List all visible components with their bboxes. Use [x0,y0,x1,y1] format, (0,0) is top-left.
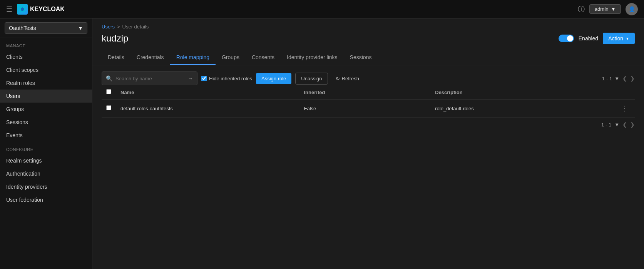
sidebar-item-authentication[interactable]: Authentication [0,167,92,180]
table-header-row: Name Inherited Description [102,85,635,100]
next-page-button[interactable]: ❯ [630,75,635,81]
row-checkbox[interactable] [106,105,111,110]
search-box[interactable]: 🔍 → [102,71,197,85]
top-navbar: ☰ KEYCLOAK ⓘ admin ▼ 👤 [0,0,644,18]
prev-page-button[interactable]: ❮ [622,75,627,81]
logo-text: KEYCLOAK [30,6,65,13]
col-header-name: Name [116,85,299,100]
tab-groups[interactable]: Groups [216,50,246,65]
toolbar-left: 🔍 → Hide inherited roles Assign role Una… [102,71,363,85]
assign-role-button[interactable]: Assign role [256,73,291,84]
tab-sessions[interactable]: Sessions [344,50,378,65]
col-header-description: Description [430,85,614,100]
page-header: kudzip Enabled Action ▼ [92,30,644,50]
select-all-checkbox[interactable] [106,89,111,94]
unassign-button[interactable]: Unassign [295,73,328,85]
tab-role-mapping[interactable]: Role mapping [170,50,216,65]
col-header-actions [614,85,635,100]
tab-credentials[interactable]: Credentials [130,50,170,65]
sidebar-item-events[interactable]: Events [0,129,92,142]
enabled-toggle[interactable] [559,35,574,42]
tab-consents[interactable]: Consents [246,50,281,65]
table-toolbar: 🔍 → Hide inherited roles Assign role Una… [102,71,635,85]
realm-selector[interactable]: OauthTests ▼ [0,18,92,38]
table-header: Name Inherited Description [102,85,635,100]
page-count-dropdown-arrow: ▼ [614,76,619,81]
realm-dropdown-arrow: ▼ [78,25,83,31]
row-more-button[interactable]: ⋮ [619,103,630,113]
realm-name: OauthTests [9,25,36,31]
page-header-right: Enabled Action ▼ [559,33,635,44]
sidebar-item-groups[interactable]: Groups [0,103,92,116]
table-row: default-roles-oauthtests False role_defa… [102,100,635,118]
admin-dropdown-arrow: ▼ [611,6,616,12]
row-actions-cell: ⋮ [614,100,635,118]
action-button[interactable]: Action ▼ [603,33,635,44]
page-count-display: 1 - 1 [602,76,612,81]
breadcrumb-users-link[interactable]: Users [102,24,115,30]
hamburger-icon[interactable]: ☰ [6,5,12,13]
table-area: 🔍 → Hide inherited roles Assign role Una… [92,65,644,138]
search-icon: 🔍 [106,75,112,81]
enabled-label: Enabled [579,35,598,42]
row-checkbox-cell [102,100,116,118]
help-icon[interactable]: ⓘ [578,5,585,14]
main-content: Users > User details kudzip Enabled Acti… [92,18,644,269]
sidebar-item-realm-roles[interactable]: Realm roles [0,76,92,90]
action-button-label: Action [608,35,623,42]
row-inherited-cell: False [299,100,431,118]
page-title: kudzip [102,33,128,44]
col-header-inherited: Inherited [299,85,431,100]
page-counter: 1 - 1 ▼ [602,76,619,81]
refresh-button[interactable]: ↻ Refresh [332,73,363,84]
action-dropdown-arrow: ▼ [626,37,629,41]
sidebar: OauthTests ▼ Manage Clients Client scope… [0,18,92,269]
search-input[interactable] [115,76,185,81]
sidebar-item-clients[interactable]: Clients [0,50,92,63]
roles-table: Name Inherited Description [102,85,635,118]
manage-section-title: Manage [0,38,92,50]
refresh-icon: ↻ [336,76,340,81]
keycloak-logo: KEYCLOAK [17,4,65,15]
hide-inherited-text: Hide inherited roles [209,76,252,81]
configure-section-title: Configure [0,142,92,154]
main-layout: OauthTests ▼ Manage Clients Client scope… [0,18,644,269]
logo-icon [17,4,28,15]
sidebar-item-sessions[interactable]: Sessions [0,116,92,129]
sidebar-item-user-federation[interactable]: User federation [0,193,92,206]
row-name-cell: default-roles-oauthtests [116,100,299,118]
sidebar-item-identity-providers[interactable]: Identity providers [0,180,92,193]
bottom-page-count-arrow: ▼ [614,122,619,128]
nav-left: ☰ KEYCLOAK [6,4,65,15]
realm-select-button[interactable]: OauthTests ▼ [5,22,87,34]
sidebar-item-client-scopes[interactable]: Client scopes [0,63,92,76]
table-body: default-roles-oauthtests False role_defa… [102,100,635,118]
col-header-checkbox [102,85,116,100]
sidebar-item-users[interactable]: Users [0,90,92,103]
search-submit-icon[interactable]: → [188,75,193,81]
hide-inherited-checkbox[interactable] [201,76,207,81]
tabs: Details Credentials Role mapping Groups … [92,50,644,65]
bottom-prev-button[interactable]: ❮ [622,121,627,128]
bottom-page-count: 1 - 1 [601,122,611,128]
breadcrumb: Users > User details [92,18,644,30]
nav-right: ⓘ admin ▼ 👤 [578,3,638,15]
admin-menu-button[interactable]: admin ▼ [589,4,621,14]
admin-label: admin [594,6,608,12]
hide-inherited-checkbox-label[interactable]: Hide inherited roles [201,76,252,81]
tab-details[interactable]: Details [102,50,130,65]
bottom-pagination: 1 - 1 ▼ ❮ ❯ [102,118,635,131]
avatar: 👤 [626,3,638,15]
sidebar-item-realm-settings[interactable]: Realm settings [0,154,92,167]
row-description-cell: role_default-roles [430,100,614,118]
breadcrumb-separator: > [117,24,120,30]
toolbar-right: 1 - 1 ▼ ❮ ❯ [602,75,635,81]
breadcrumb-current: User details [122,24,149,30]
bottom-next-button[interactable]: ❯ [630,121,635,128]
tab-identity-provider-links[interactable]: Identity provider links [281,50,344,65]
